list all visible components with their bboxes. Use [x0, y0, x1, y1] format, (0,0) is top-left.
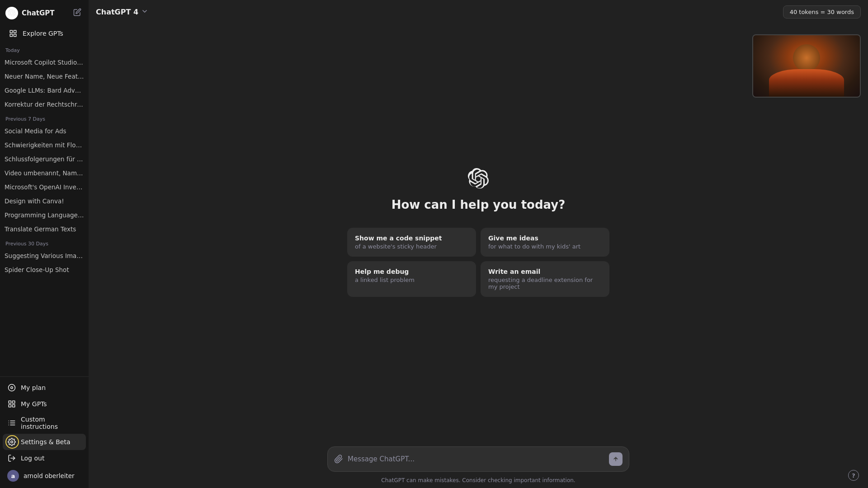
sidebar-item-neuer[interactable]: Neuer Name, Neue Features: [0, 70, 89, 83]
welcome-text: How can I help you today?: [392, 198, 566, 211]
card-title-2: Help me debug: [355, 268, 468, 275]
list-icon: [7, 418, 16, 427]
sidebar-item-flowise[interactable]: Schwierigkeiten mit Flowise star: [0, 138, 89, 152]
my-plan-label: My plan: [21, 384, 46, 391]
my-gpts-button[interactable]: My GPTs: [3, 396, 86, 412]
sidebar-title: ChatGPT: [22, 9, 55, 17]
card-subtitle-2: a linked list problem: [355, 277, 468, 283]
center-content: How can I help you today? Show me a code…: [89, 23, 868, 441]
sidebar-logo[interactable]: ChatGPT: [5, 7, 55, 19]
sidebar-item-schlussfol[interactable]: Schlussfolgerungen für "conclus: [0, 152, 89, 166]
sidebar-header: ChatGPT: [0, 2, 89, 24]
logout-icon: [7, 454, 16, 463]
avatar: a: [7, 470, 19, 482]
sidebar-item-microsoft[interactable]: Microsoft's OpenAI Investments: [0, 180, 89, 194]
card-title-3: Write an email: [488, 268, 602, 275]
explore-gpts-button[interactable]: Explore GPTs: [3, 25, 86, 42]
card-title-1: Give me ideas: [488, 235, 602, 242]
new-chat-button[interactable]: [71, 6, 83, 19]
suggestion-cards: Show me a code snippet of a website's st…: [347, 228, 609, 297]
suggestion-card-1[interactable]: Give me ideas for what to do with my kid…: [481, 228, 609, 257]
card-subtitle-0: of a website's sticky header: [355, 243, 468, 250]
svg-rect-1: [14, 30, 16, 33]
sidebar-item-suggesting[interactable]: Suggesting Various Image Ideas: [0, 249, 89, 263]
main-panel: ChatGPT 4 40 tokens = 30 words How can: [89, 0, 868, 488]
video-overlay: [752, 34, 861, 98]
section-prev30: Previous 30 Days: [0, 236, 89, 249]
svg-rect-8: [13, 405, 15, 407]
svg-rect-7: [13, 401, 15, 403]
svg-point-16: [11, 441, 13, 443]
gear-icon: [7, 437, 16, 446]
message-input[interactable]: Message ChatGPT...: [348, 455, 604, 463]
chatgpt-center-logo: [467, 168, 489, 190]
user-name: arnold oberleiter: [24, 472, 75, 479]
svg-rect-6: [9, 401, 11, 403]
sidebar: ChatGPT Explore GPTs Today Microsoft Cop…: [0, 0, 89, 488]
topbar: ChatGPT 4 40 tokens = 30 words: [89, 0, 868, 23]
my-gpts-label: My GPTs: [21, 400, 47, 408]
input-area: Message ChatGPT...: [320, 441, 637, 474]
model-title: ChatGPT 4: [96, 8, 138, 16]
suggestion-card-2[interactable]: Help me debug a linked list problem: [347, 261, 476, 297]
user-profile-row[interactable]: a arnold oberleiter: [3, 466, 86, 485]
svg-point-4: [9, 385, 15, 391]
model-selector[interactable]: ChatGPT 4: [96, 8, 148, 16]
settings-beta-label: Settings & Beta: [21, 438, 71, 446]
sidebar-nav-list: Today Microsoft Copilot Studio Zusamm Ne…: [0, 43, 89, 376]
sidebar-item-video[interactable]: Video umbenannt, Name finden: [0, 166, 89, 180]
explore-gpts-label: Explore GPTs: [23, 30, 63, 37]
svg-rect-2: [14, 34, 16, 37]
sidebar-item-google-bard[interactable]: Google LLMs: Bard Advanced: [0, 84, 89, 97]
suggestion-card-3[interactable]: Write an email requesting a deadline ext…: [481, 261, 609, 297]
gpts-icon: [7, 399, 16, 408]
sidebar-item-copilot[interactable]: Microsoft Copilot Studio Zusamm: [0, 56, 89, 69]
custom-instructions-button[interactable]: Custom instructions: [3, 412, 86, 434]
svg-rect-9: [9, 405, 11, 407]
my-plan-button[interactable]: My plan: [3, 380, 86, 396]
suggestion-card-0[interactable]: Show me a code snippet of a website's st…: [347, 228, 476, 257]
custom-instructions-label: Custom instructions: [21, 416, 81, 430]
chevron-down-icon: [141, 8, 148, 16]
grid-icon: [8, 28, 18, 38]
settings-beta-button[interactable]: Settings & Beta: [3, 434, 86, 450]
token-badge: 40 tokens = 30 words: [783, 5, 861, 19]
message-input-box[interactable]: Message ChatGPT...: [327, 446, 629, 472]
chatgpt-logo-icon: [5, 7, 18, 19]
card-title-0: Show me a code snippet: [355, 235, 468, 242]
svg-point-5: [11, 387, 13, 389]
svg-rect-0: [10, 30, 12, 33]
sidebar-item-social-media[interactable]: Social Media for Ads: [0, 124, 89, 138]
card-subtitle-1: for what to do with my kids' art: [488, 243, 602, 250]
send-button[interactable]: [609, 452, 623, 466]
section-today: Today: [0, 43, 89, 55]
sidebar-item-korrektur[interactable]: Korrektur der Rechtschreibung: [0, 98, 89, 111]
help-button[interactable]: ?: [848, 470, 859, 481]
sidebar-item-translate[interactable]: Translate German Texts: [0, 222, 89, 236]
log-out-button[interactable]: Log out: [3, 450, 86, 466]
sidebar-item-canva[interactable]: Design with Canva!: [0, 194, 89, 208]
log-out-label: Log out: [21, 455, 44, 462]
card-subtitle-3: requesting a deadline extension for my p…: [488, 277, 602, 290]
svg-rect-3: [10, 34, 12, 37]
disclaimer: ChatGPT can make mistakes. Consider chec…: [89, 474, 868, 488]
sidebar-bottom: My plan My GPTs Custom instructions: [0, 376, 89, 488]
section-prev7: Previous 7 Days: [0, 112, 89, 124]
sidebar-item-spider[interactable]: Spider Close-Up Shot: [0, 263, 89, 277]
avatar-initial: a: [11, 473, 15, 479]
circle-icon: [7, 383, 16, 392]
video-person: [753, 35, 860, 97]
sidebar-item-prog-lang[interactable]: Programming Language Overvi: [0, 208, 89, 222]
attach-button[interactable]: [334, 455, 343, 464]
